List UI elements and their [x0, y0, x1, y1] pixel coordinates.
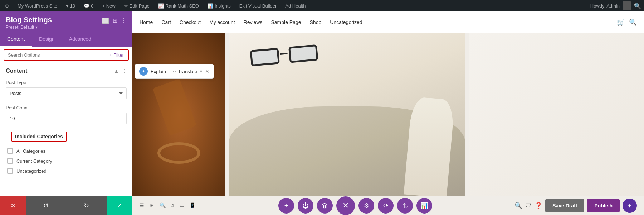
- filter-button[interactable]: + Filter: [105, 50, 128, 60]
- desktop-icon[interactable]: 🖥: [170, 202, 176, 209]
- nav-icons: 🛒 🔍: [617, 18, 637, 26]
- nav-sample-page[interactable]: Sample Page: [271, 19, 301, 25]
- category-current-checkbox[interactable]: [7, 158, 13, 164]
- sidebar-preset[interactable]: Preset: Default ▾: [6, 25, 52, 30]
- plus-icon: +: [284, 202, 288, 210]
- page-content: [132, 33, 644, 196]
- site-name[interactable]: My WordPress Site: [15, 0, 59, 11]
- help-icon[interactable]: ❓: [535, 202, 542, 210]
- post-count-field: Post Count: [0, 102, 132, 127]
- translate-icon: ↔: [172, 69, 177, 74]
- transfer-button[interactable]: ⇅: [397, 198, 413, 214]
- close-center-button[interactable]: ✕: [336, 196, 355, 215]
- post-count-input[interactable]: [6, 113, 127, 124]
- publish-button[interactable]: Publish: [587, 199, 620, 212]
- power-button[interactable]: ⏻: [298, 198, 313, 214]
- nav-reviews[interactable]: Reviews: [244, 19, 263, 25]
- sidebar-title-area: Blog Settings Preset: Default ▾: [6, 16, 52, 30]
- hamburger-icon[interactable]: ☰: [140, 202, 146, 209]
- confirm-button[interactable]: ✓: [107, 196, 132, 215]
- content-section-title: Content: [6, 68, 27, 74]
- undo-button[interactable]: ↺: [26, 196, 66, 215]
- nav-checkout[interactable]: Checkout: [180, 19, 201, 25]
- new-button[interactable]: + New: [100, 0, 117, 11]
- mobile-icon[interactable]: 📱: [190, 202, 196, 209]
- category-uncategorized-label: Uncategorized: [16, 168, 47, 174]
- popup-close-icon[interactable]: ✕: [205, 68, 209, 74]
- grid-icon[interactable]: ⊞: [150, 202, 156, 209]
- tablet-icon[interactable]: ▭: [180, 202, 186, 209]
- stats-icon: 📊: [420, 202, 428, 210]
- sidebar-header-icons: ⬜ ⊞ ⋮: [102, 17, 127, 24]
- ai-explain-icon: ✦: [139, 67, 148, 76]
- ai-assistant-button[interactable]: ✦: [623, 199, 637, 213]
- save-draft-button[interactable]: Save Draft: [545, 199, 584, 212]
- nav-my-account[interactable]: My account: [209, 19, 235, 25]
- sidebar-content: Content ▲ ⋮ Post Type Posts Pages Custom…: [0, 63, 132, 215]
- wp-logo[interactable]: ⊕: [3, 0, 11, 11]
- post-type-field: Post Type Posts Pages Custom: [0, 77, 132, 102]
- post-type-label: Post Type: [6, 80, 127, 85]
- category-uncategorized-checkbox[interactable]: [7, 168, 13, 174]
- category-all-label: All Categories: [16, 148, 45, 154]
- history-icon: ⟳: [383, 202, 389, 210]
- x-icon: ✕: [342, 201, 349, 210]
- edit-page-link[interactable]: ✏ Edit Page: [122, 0, 152, 11]
- redo-button[interactable]: ↻: [66, 196, 107, 215]
- shield-icon[interactable]: 🛡: [525, 202, 532, 210]
- delete-button[interactable]: 🗑: [317, 198, 333, 214]
- cart-icon[interactable]: 🛒: [617, 18, 625, 26]
- tab-design[interactable]: Design: [32, 33, 62, 47]
- post-type-select[interactable]: Posts Pages Custom: [6, 87, 127, 99]
- undo-icon: ↺: [43, 202, 49, 210]
- howdy-label[interactable]: Howdy, Admin: [590, 3, 620, 9]
- close-button[interactable]: ✕: [0, 196, 26, 215]
- sidebar-tabs: Content Design Advanced: [0, 33, 132, 47]
- comment-icon: 💬: [84, 3, 89, 9]
- nav-home[interactable]: Home: [140, 19, 153, 25]
- user-avatar[interactable]: [623, 1, 631, 10]
- stats-button[interactable]: 📊: [416, 198, 432, 214]
- insights-link[interactable]: 📊 Insights: [205, 0, 233, 11]
- rank-math-link[interactable]: 📈 Rank Math SEO: [156, 0, 201, 11]
- hero-left-image: [132, 33, 225, 196]
- explain-button[interactable]: Explain: [151, 69, 166, 74]
- filter-icon: +: [109, 52, 112, 58]
- comment-count[interactable]: 💬 0: [82, 0, 96, 11]
- redo-icon: ↻: [84, 202, 89, 210]
- close-icon: ✕: [10, 202, 16, 210]
- transfer-icon: ⇅: [402, 202, 408, 210]
- gear-icon: ⚙: [364, 202, 369, 210]
- search-ft-icon[interactable]: 🔍: [160, 202, 166, 209]
- nav-shop[interactable]: Shop: [310, 19, 322, 25]
- category-all-checkbox[interactable]: [7, 148, 13, 154]
- search-right-icon[interactable]: 🔍: [514, 202, 522, 210]
- heart-count[interactable]: ♥ 19: [64, 0, 77, 11]
- edit-icon: ✏: [124, 3, 128, 9]
- add-element-button[interactable]: +: [278, 198, 294, 214]
- tab-content[interactable]: Content: [0, 33, 32, 47]
- nav-uncategorized[interactable]: Uncategorized: [330, 19, 362, 25]
- collapse-icon[interactable]: ▲: [114, 68, 119, 74]
- search-icon[interactable]: 🔍: [634, 3, 641, 9]
- ad-health-link[interactable]: Ad Health: [283, 0, 308, 11]
- columns-icon[interactable]: ⊞: [113, 17, 117, 24]
- more-icon[interactable]: ⋮: [121, 17, 127, 24]
- tab-advanced[interactable]: Advanced: [62, 33, 98, 47]
- hero-right-image: [229, 33, 465, 196]
- search-input[interactable]: [4, 50, 105, 60]
- popup-chevron-icon[interactable]: ▾: [200, 69, 202, 74]
- expand-icon[interactable]: ⬜: [102, 17, 109, 24]
- ai-icon: ✦: [627, 202, 632, 209]
- category-all: All Categories: [0, 146, 132, 156]
- sidebar-header: Blog Settings Preset: Default ▾ ⬜ ⊞ ⋮: [0, 11, 132, 33]
- exit-builder-link[interactable]: Exit Visual Builder: [237, 0, 279, 11]
- ft-left-icons: ☰ ⊞ 🔍 🖥 ▭ 📱: [140, 202, 196, 209]
- translate-button[interactable]: ↔ Translate: [172, 69, 197, 74]
- section-more-icon[interactable]: ⋮: [122, 68, 127, 74]
- search-nav-icon[interactable]: 🔍: [629, 18, 637, 26]
- category-uncategorized: Uncategorized: [0, 166, 132, 176]
- settings-button[interactable]: ⚙: [358, 198, 374, 214]
- history-button[interactable]: ⟳: [378, 198, 394, 214]
- nav-cart[interactable]: Cart: [161, 19, 171, 25]
